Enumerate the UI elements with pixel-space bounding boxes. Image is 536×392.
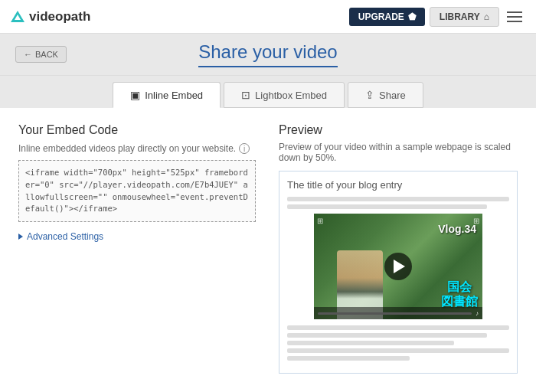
right-panel: Preview Preview of your video within a s… — [279, 123, 518, 381]
video-japanese-text: 国会 図書館 — [441, 279, 478, 309]
tab-inline-label: Inline Embed — [145, 90, 203, 101]
volume-icon: ♪ — [476, 310, 479, 317]
blog-title: The title of your blog entry — [287, 179, 509, 191]
embed-code-text: <iframe width="700px" height="525px" fra… — [25, 168, 248, 213]
tab-lightbox-embed[interactable]: ⊡ Lightbox Embed — [224, 82, 345, 108]
lightbox-embed-icon: ⊡ — [241, 89, 250, 101]
header: videopath UPGRADE ⬟ LIBRARY ⌂ — [0, 0, 536, 34]
play-button[interactable] — [384, 253, 412, 280]
blog-text-lines-bottom — [287, 325, 509, 361]
logo: videopath — [11, 9, 90, 24]
embed-code-box[interactable]: <iframe width="700px" height="525px" fra… — [18, 160, 256, 222]
back-button[interactable]: ← BACK — [15, 46, 67, 63]
main-content: Your Embed Code Inline embedded videos p… — [0, 108, 536, 392]
library-label: LIBRARY — [440, 11, 480, 22]
upgrade-icon: ⬟ — [408, 11, 416, 22]
back-bar: ← BACK Share your video — [0, 34, 536, 76]
home-icon: ⌂ — [484, 11, 489, 22]
tab-inline-embed[interactable]: ▣ Inline Embed — [113, 82, 221, 108]
tabs-bar: ▣ Inline Embed ⊡ Lightbox Embed ⇪ Share — [0, 76, 536, 108]
preview-description: Preview of your video within a sample we… — [279, 142, 518, 163]
text-line — [287, 333, 487, 338]
left-panel: Your Embed Code Inline embedded videos p… — [18, 123, 256, 381]
video-title-overlay: Vlog.34 — [438, 223, 476, 235]
hamburger-line — [507, 16, 522, 18]
video-player[interactable]: ⊞ ⊞ Vlog.34 国会 図書館 ♪ — [314, 214, 482, 319]
menu-button[interactable] — [504, 8, 525, 25]
upgrade-button[interactable]: UPGRADE ⬟ — [349, 8, 425, 26]
upgrade-label: UPGRADE — [358, 11, 404, 22]
text-line — [287, 197, 509, 201]
video-controls-bar: ♪ — [314, 307, 482, 319]
text-line — [287, 356, 410, 361]
text-line — [287, 348, 509, 353]
chevron-right-icon — [18, 234, 23, 240]
back-label: BACK — [35, 50, 58, 59]
video-corner-left-icon: ⊞ — [317, 217, 323, 225]
text-line — [287, 325, 509, 330]
advanced-settings-toggle[interactable]: Advanced Settings — [18, 231, 256, 242]
tab-share-label: Share — [379, 90, 406, 101]
page-title: Share your video — [198, 41, 337, 67]
japanese-line2: 図書館 — [441, 295, 478, 308]
text-line — [287, 204, 487, 209]
back-arrow-icon: ← — [24, 50, 32, 59]
inline-embed-icon: ▣ — [130, 89, 140, 101]
tab-share[interactable]: ⇪ Share — [348, 82, 423, 108]
embed-info-text: Inline embedded videos play directly on … — [18, 143, 256, 154]
library-button[interactable]: LIBRARY ⌂ — [430, 7, 499, 27]
preview-box: The title of your blog entry ⊞ ⊞ Vlog.34… — [279, 171, 518, 374]
embed-info-label: Inline embedded videos play directly on … — [18, 143, 236, 154]
play-icon — [394, 260, 405, 273]
video-progress-bar — [318, 312, 472, 315]
hamburger-line — [507, 21, 522, 22]
preview-title: Preview — [279, 123, 518, 137]
logo-icon — [11, 11, 25, 22]
tab-lightbox-label: Lightbox Embed — [255, 90, 327, 101]
text-line — [287, 341, 454, 345]
blog-text-lines-top — [287, 197, 509, 209]
japanese-line1: 国会 — [447, 280, 472, 293]
logo-text: videopath — [29, 9, 90, 24]
embed-code-title: Your Embed Code — [18, 123, 256, 137]
header-right: UPGRADE ⬟ LIBRARY ⌂ — [349, 7, 525, 27]
info-icon[interactable]: i — [239, 143, 250, 154]
share-icon: ⇪ — [365, 89, 374, 101]
hamburger-line — [507, 11, 522, 13]
advanced-settings-label: Advanced Settings — [27, 231, 103, 242]
